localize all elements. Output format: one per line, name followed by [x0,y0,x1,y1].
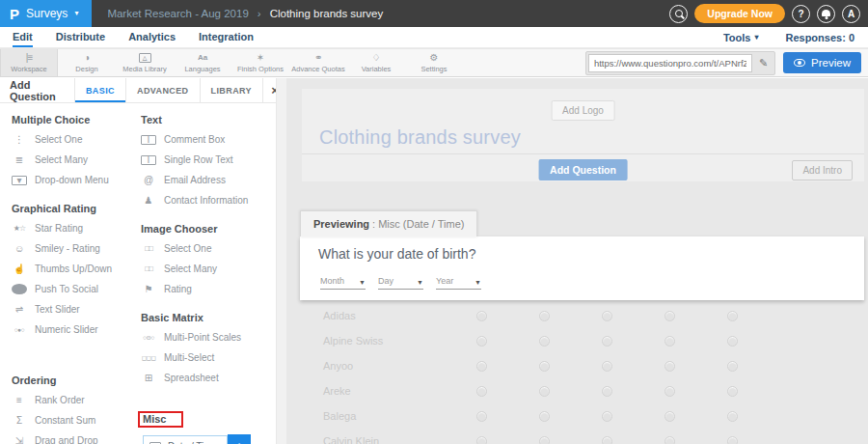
radio-button[interactable] [665,411,675,422]
radio-button[interactable] [602,361,612,372]
rank-icon: ≡ [12,395,27,405]
radio-button[interactable] [727,336,738,347]
help-button[interactable]: ? [792,5,810,23]
radio-button[interactable] [602,336,612,347]
radio-button[interactable] [665,361,675,372]
panel-item-push-to-social[interactable]: ‹Push To Social [12,279,141,299]
radio-button[interactable] [665,336,675,347]
panel-item-drop-down-menu[interactable]: ▾Drop-down Menu [12,170,141,190]
nav-tab-analytics[interactable]: Analytics [128,27,176,47]
panel-item-multi-point-scales[interactable]: ○⊙○Multi-Point Scales [141,327,275,347]
radio-button[interactable] [727,386,738,397]
radio-button[interactable] [539,311,550,321]
panel-item-date-time-selected[interactable]: Date / Time+ [143,434,275,444]
panel-scrollbar[interactable] [276,78,286,444]
toolbar-settings[interactable]: ⚙Settings [405,49,463,76]
tools-menu[interactable]: Tools ▾ [723,32,759,43]
radio-button[interactable] [727,411,738,422]
panel-item-single-row-text[interactable]: ISingle Row Text [141,150,275,170]
panel-item-smiley-rating[interactable]: ☺Smiley - Rating [12,238,141,259]
radio-button[interactable] [665,311,675,321]
panel-item-label: Email Address [164,175,226,185]
panel-tab-library[interactable]: LIBRARY [200,78,262,102]
add-date-time-button[interactable]: + [228,434,251,444]
panel-item-date-time[interactable]: Date / Time [143,435,228,444]
month-select[interactable]: Month▼ [320,276,366,290]
responses-count[interactable]: Responses: 0 [785,32,854,43]
panel-tab-basic[interactable]: BASIC [74,78,125,102]
panel-tab-advanced[interactable]: ADVANCED [125,78,200,102]
panel-item-label: Select One [164,243,211,254]
edit-url-icon[interactable]: ✎ [754,57,773,69]
toolbar-workspace[interactable]: |≡Workspace [0,49,58,76]
radio-button[interactable] [476,411,487,422]
year-select[interactable]: Year▼ [436,276,481,290]
panel-item-select-many[interactable]: □□Select Many [141,259,275,279]
day-select[interactable]: Day▼ [378,276,423,290]
toolbar-design[interactable]: ◑Design [58,49,116,76]
radio-button[interactable] [476,436,487,444]
panel-item-star-rating[interactable]: ★☆Star Rating [12,218,141,238]
radio-button[interactable] [476,311,487,321]
panel-item-email-address[interactable]: @Email Address [141,170,275,190]
panel-item-spreadsheet[interactable]: ⊞Spreadsheet [141,368,275,388]
toolbar-variables[interactable]: ♢Variables [347,49,405,76]
matrix-cell [638,311,701,321]
panel-item-drag-and-drop[interactable]: ⇲Drag and Drop [12,430,141,444]
panel-item-text-slider[interactable]: ⇌Text Slider [12,299,141,319]
preview-button[interactable]: Preview [783,52,861,73]
toolbar-media-library[interactable]: ▵Media Library [116,49,174,76]
radio-button[interactable] [539,386,550,397]
panel-item-select-one[interactable]: ⋮Select One [12,129,141,150]
panel-item-thumbs-up-down[interactable]: ☝Thumbs Up/Down [12,259,141,279]
radio-button[interactable] [539,411,550,422]
radio-button[interactable] [476,336,487,347]
radio-button[interactable] [665,386,675,397]
multi-select-icon: ◻◻◻ [141,354,156,362]
app-menu[interactable]: P Surveys ▾ [0,0,92,27]
panel-item-rating[interactable]: ⚑Rating [141,279,275,299]
toolbar-languages[interactable]: AaLanguages [174,49,231,76]
radio-button[interactable] [602,436,612,444]
toolbar-finish-options[interactable]: ✶Finish Options [231,49,289,76]
nav-tab-integration[interactable]: Integration [199,27,254,47]
notifications-button[interactable] [817,5,835,23]
radio-button[interactable] [539,336,550,347]
add-intro-button[interactable]: Add Intro [792,160,853,180]
dropdown-icon: ▾ [12,176,27,185]
upgrade-now-button[interactable]: Upgrade Now [694,4,785,23]
breadcrumb-parent[interactable]: Market Research - Aug 2019 [107,8,248,19]
nav-tab-distribute[interactable]: Distribute [56,27,105,47]
panel-item-contact-information[interactable]: ♟Contact Information [141,190,275,210]
survey-url-input[interactable] [588,54,752,72]
add-logo-button[interactable]: Add Logo [551,100,615,121]
matrix-row-label: Calvin Klein [323,435,450,444]
toolbar-advance-quotas[interactable]: ⚭Advance Quotas [289,49,347,76]
radio-button[interactable] [602,386,612,397]
panel-item-select-many[interactable]: ≣Select Many [12,150,141,170]
panel-item-select-one[interactable]: □□Select One [141,238,275,259]
radio-button[interactable] [727,311,738,321]
radio-button[interactable] [539,436,550,444]
radio-button[interactable] [727,361,738,372]
panel-item-numeric-slider[interactable]: ○●○Numeric Slider [12,319,141,340]
radio-button[interactable] [727,436,738,444]
account-avatar[interactable]: A [842,5,860,23]
survey-url-group: ✎ [585,51,775,75]
radio-button[interactable] [602,411,612,422]
panel-item-label: Spreadsheet [164,373,219,383]
radio-button[interactable] [476,386,487,397]
panel-item-multi-select[interactable]: ◻◻◻Multi-Select [141,347,275,368]
radio-button[interactable] [602,311,612,321]
panel-item-constant-sum[interactable]: ΣConstant Sum [12,410,141,430]
radio-button[interactable] [476,361,487,372]
panel-item-rank-order[interactable]: ≡Rank Order [12,390,141,410]
panel-item-comment-box[interactable]: IComment Box [141,129,275,150]
add-question-button[interactable]: Add Question [538,159,628,180]
search-button[interactable] [669,5,688,23]
nav-tab-edit[interactable]: Edit [13,27,33,47]
thumb-icon: ☝ [12,264,27,274]
radio-button[interactable] [539,361,550,372]
survey-title[interactable]: Clothing brands survey [319,126,521,149]
radio-button[interactable] [665,436,675,444]
